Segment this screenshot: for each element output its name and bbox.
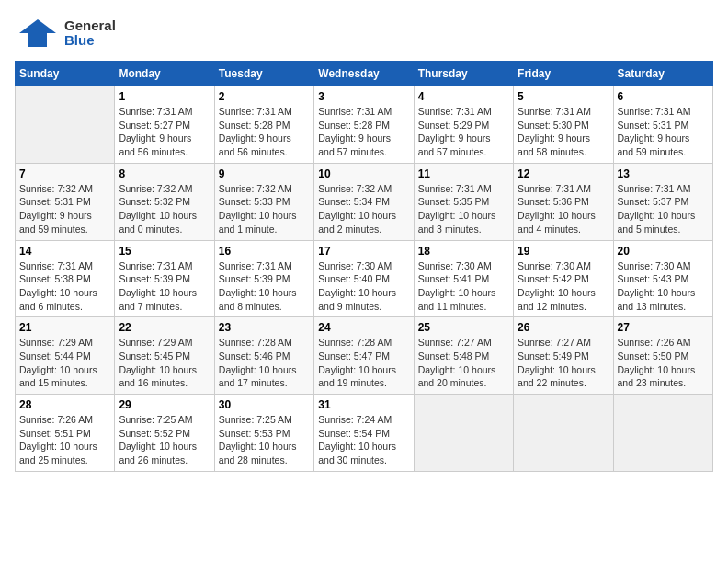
day-info: Sunrise: 7:27 AM Sunset: 5:48 PM Dayligh… (418, 336, 509, 390)
day-number: 23 (219, 321, 310, 334)
calendar-cell (414, 395, 513, 472)
calendar-cell: 11Sunrise: 7:31 AM Sunset: 5:35 PM Dayli… (414, 163, 513, 240)
day-number: 29 (119, 398, 210, 411)
day-info: Sunrise: 7:26 AM Sunset: 5:50 PM Dayligh… (618, 336, 709, 390)
calendar-cell: 10Sunrise: 7:32 AM Sunset: 5:34 PM Dayli… (314, 163, 414, 240)
weekday-header-row: SundayMondayTuesdayWednesdayThursdayFrid… (16, 62, 713, 86)
day-info: Sunrise: 7:28 AM Sunset: 5:47 PM Dayligh… (318, 336, 409, 390)
calendar-cell (16, 86, 115, 164)
calendar-week-row: 21Sunrise: 7:29 AM Sunset: 5:44 PM Dayli… (16, 317, 713, 395)
calendar-cell: 22Sunrise: 7:29 AM Sunset: 5:45 PM Dayli… (115, 317, 214, 395)
day-number: 15 (119, 245, 210, 258)
calendar-cell: 18Sunrise: 7:30 AM Sunset: 5:41 PM Dayli… (414, 240, 513, 317)
logo-blue: Blue (64, 33, 116, 49)
calendar-cell: 3Sunrise: 7:31 AM Sunset: 5:28 PM Daylig… (314, 86, 414, 164)
day-info: Sunrise: 7:31 AM Sunset: 5:30 PM Dayligh… (518, 105, 609, 159)
day-info: Sunrise: 7:31 AM Sunset: 5:39 PM Dayligh… (219, 259, 310, 314)
day-info: Sunrise: 7:29 AM Sunset: 5:44 PM Dayligh… (19, 336, 110, 390)
calendar-cell: 13Sunrise: 7:31 AM Sunset: 5:37 PM Dayli… (613, 163, 712, 240)
day-number: 11 (418, 167, 509, 180)
calendar-cell: 26Sunrise: 7:27 AM Sunset: 5:49 PM Dayli… (514, 317, 613, 395)
day-info: Sunrise: 7:32 AM Sunset: 5:31 PM Dayligh… (19, 182, 110, 236)
calendar-week-row: 1Sunrise: 7:31 AM Sunset: 5:27 PM Daylig… (16, 86, 713, 164)
day-info: Sunrise: 7:31 AM Sunset: 5:39 PM Dayligh… (119, 259, 210, 314)
day-info: Sunrise: 7:26 AM Sunset: 5:51 PM Dayligh… (19, 413, 110, 467)
weekday-header-saturday: Saturday (613, 62, 712, 86)
day-info: Sunrise: 7:31 AM Sunset: 5:31 PM Dayligh… (618, 105, 709, 159)
day-number: 9 (219, 167, 310, 180)
day-number: 14 (19, 245, 110, 258)
weekday-header-monday: Monday (115, 62, 214, 86)
day-info: Sunrise: 7:31 AM Sunset: 5:29 PM Dayligh… (418, 105, 509, 159)
day-info: Sunrise: 7:30 AM Sunset: 5:42 PM Dayligh… (518, 259, 609, 314)
day-info: Sunrise: 7:29 AM Sunset: 5:45 PM Dayligh… (119, 336, 210, 390)
day-number: 16 (219, 245, 310, 258)
calendar-cell (514, 395, 613, 472)
weekday-header-friday: Friday (514, 62, 613, 86)
day-number: 1 (119, 90, 210, 103)
calendar-week-row: 7Sunrise: 7:32 AM Sunset: 5:31 PM Daylig… (16, 163, 713, 240)
calendar-cell: 24Sunrise: 7:28 AM Sunset: 5:47 PM Dayli… (314, 317, 414, 395)
day-info: Sunrise: 7:32 AM Sunset: 5:34 PM Dayligh… (318, 182, 409, 236)
day-number: 24 (318, 321, 409, 334)
day-info: Sunrise: 7:28 AM Sunset: 5:46 PM Dayligh… (219, 336, 310, 390)
weekday-header-thursday: Thursday (414, 62, 513, 86)
day-number: 30 (219, 398, 310, 411)
calendar-cell: 28Sunrise: 7:26 AM Sunset: 5:51 PM Dayli… (16, 395, 115, 472)
logo-general: General (64, 18, 116, 34)
day-info: Sunrise: 7:25 AM Sunset: 5:52 PM Dayligh… (119, 413, 210, 467)
weekday-header-tuesday: Tuesday (214, 62, 313, 86)
day-number: 17 (318, 245, 409, 258)
day-info: Sunrise: 7:25 AM Sunset: 5:53 PM Dayligh… (219, 413, 310, 467)
day-info: Sunrise: 7:31 AM Sunset: 5:35 PM Dayligh… (418, 182, 509, 236)
day-info: Sunrise: 7:31 AM Sunset: 5:27 PM Dayligh… (119, 105, 210, 159)
day-number: 20 (618, 245, 709, 258)
calendar-cell: 31Sunrise: 7:24 AM Sunset: 5:54 PM Dayli… (314, 395, 414, 472)
weekday-header-sunday: Sunday (16, 62, 115, 86)
svg-marker-0 (19, 19, 56, 47)
day-number: 26 (518, 321, 609, 334)
page-header: GeneralBlue (15, 15, 713, 52)
calendar-cell: 29Sunrise: 7:25 AM Sunset: 5:52 PM Dayli… (115, 395, 214, 472)
day-number: 22 (119, 321, 210, 334)
calendar-cell: 27Sunrise: 7:26 AM Sunset: 5:50 PM Dayli… (613, 317, 712, 395)
day-info: Sunrise: 7:27 AM Sunset: 5:49 PM Dayligh… (518, 336, 609, 390)
weekday-header-wednesday: Wednesday (314, 62, 414, 86)
day-number: 27 (618, 321, 709, 334)
day-info: Sunrise: 7:32 AM Sunset: 5:32 PM Dayligh… (119, 182, 210, 236)
calendar-cell: 15Sunrise: 7:31 AM Sunset: 5:39 PM Dayli… (115, 240, 214, 317)
day-info: Sunrise: 7:30 AM Sunset: 5:40 PM Dayligh… (318, 259, 409, 314)
day-number: 7 (19, 167, 110, 180)
logo: GeneralBlue (15, 15, 116, 52)
day-info: Sunrise: 7:31 AM Sunset: 5:28 PM Dayligh… (219, 105, 310, 159)
calendar-cell: 17Sunrise: 7:30 AM Sunset: 5:40 PM Dayli… (314, 240, 414, 317)
day-number: 6 (618, 90, 709, 103)
logo-icon (15, 15, 61, 52)
day-number: 5 (518, 90, 609, 103)
day-number: 10 (318, 167, 409, 180)
logo-text: GeneralBlue (64, 18, 116, 49)
day-number: 19 (518, 245, 609, 258)
calendar-cell: 7Sunrise: 7:32 AM Sunset: 5:31 PM Daylig… (16, 163, 115, 240)
day-info: Sunrise: 7:31 AM Sunset: 5:28 PM Dayligh… (318, 105, 409, 159)
day-info: Sunrise: 7:31 AM Sunset: 5:36 PM Dayligh… (518, 182, 609, 236)
day-number: 3 (318, 90, 409, 103)
calendar-cell: 23Sunrise: 7:28 AM Sunset: 5:46 PM Dayli… (214, 317, 313, 395)
day-number: 18 (418, 245, 509, 258)
calendar-table: SundayMondayTuesdayWednesdayThursdayFrid… (15, 61, 713, 472)
day-info: Sunrise: 7:32 AM Sunset: 5:33 PM Dayligh… (219, 182, 310, 236)
day-info: Sunrise: 7:31 AM Sunset: 5:37 PM Dayligh… (618, 182, 709, 236)
calendar-cell: 12Sunrise: 7:31 AM Sunset: 5:36 PM Dayli… (514, 163, 613, 240)
calendar-cell: 9Sunrise: 7:32 AM Sunset: 5:33 PM Daylig… (214, 163, 313, 240)
calendar-cell: 4Sunrise: 7:31 AM Sunset: 5:29 PM Daylig… (414, 86, 513, 164)
day-info: Sunrise: 7:30 AM Sunset: 5:43 PM Dayligh… (618, 259, 709, 314)
day-number: 31 (318, 398, 409, 411)
calendar-cell: 6Sunrise: 7:31 AM Sunset: 5:31 PM Daylig… (613, 86, 712, 164)
calendar-cell: 14Sunrise: 7:31 AM Sunset: 5:38 PM Dayli… (16, 240, 115, 317)
calendar-cell: 25Sunrise: 7:27 AM Sunset: 5:48 PM Dayli… (414, 317, 513, 395)
calendar-cell (613, 395, 712, 472)
day-info: Sunrise: 7:30 AM Sunset: 5:41 PM Dayligh… (418, 259, 509, 314)
calendar-week-row: 28Sunrise: 7:26 AM Sunset: 5:51 PM Dayli… (16, 395, 713, 472)
calendar-cell: 16Sunrise: 7:31 AM Sunset: 5:39 PM Dayli… (214, 240, 313, 317)
day-number: 2 (219, 90, 310, 103)
